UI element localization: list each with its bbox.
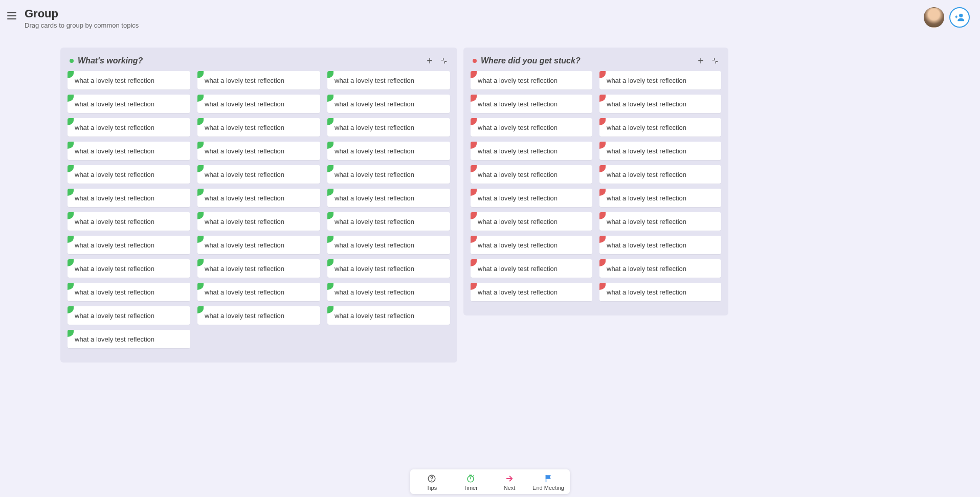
card[interactable]: what a lovely test reflection <box>471 71 592 89</box>
page-title: Group <box>25 7 139 20</box>
add-user-button[interactable] <box>949 7 970 28</box>
card[interactable]: what a lovely test reflection <box>327 212 450 231</box>
card[interactable]: what a lovely test reflection <box>327 306 450 325</box>
card-grid-stuck: what a lovely test reflectionwhat a love… <box>471 71 721 301</box>
card[interactable]: what a lovely test reflection <box>197 71 320 89</box>
page-title-block: Group Drag cards to group by common topi… <box>25 7 139 29</box>
timer-label: Timer <box>463 485 478 491</box>
card[interactable]: what a lovely test reflection <box>68 95 190 113</box>
column-working: What's working? + what a lovely test ref… <box>60 48 457 363</box>
card[interactable]: what a lovely test reflection <box>327 236 450 254</box>
card[interactable]: what a lovely test reflection <box>471 165 592 184</box>
card[interactable]: what a lovely test reflection <box>197 283 320 301</box>
card[interactable]: what a lovely test reflection <box>68 283 190 301</box>
card[interactable]: what a lovely test reflection <box>197 142 320 160</box>
card[interactable]: what a lovely test reflection <box>68 118 190 137</box>
tips-icon <box>427 473 436 484</box>
column-stuck: Where did you get stuck? + what a lovely… <box>463 48 728 315</box>
topbar: Group Drag cards to group by common topi… <box>0 0 980 33</box>
svg-point-0 <box>959 14 963 17</box>
card[interactable]: what a lovely test reflection <box>471 118 592 137</box>
collapse-icon <box>440 57 448 65</box>
card-grid-working: what a lovely test reflectionwhat a love… <box>68 71 450 348</box>
card[interactable]: what a lovely test reflection <box>197 95 320 113</box>
card[interactable]: what a lovely test reflection <box>197 212 320 231</box>
card[interactable]: what a lovely test reflection <box>327 142 450 160</box>
column-actions-working: + <box>427 56 448 66</box>
column-title-text: What's working? <box>78 56 143 65</box>
card[interactable]: what a lovely test reflection <box>68 259 190 278</box>
card[interactable]: what a lovely test reflection <box>68 189 190 207</box>
card[interactable]: what a lovely test reflection <box>327 283 450 301</box>
card[interactable]: what a lovely test reflection <box>197 306 320 325</box>
card[interactable]: what a lovely test reflection <box>599 283 721 301</box>
card[interactable]: what a lovely test reflection <box>68 142 190 160</box>
end-meeting-label: End Meeting <box>532 485 564 491</box>
column-title-stuck: Where did you get stuck? <box>473 56 581 65</box>
card[interactable]: what a lovely test reflection <box>197 189 320 207</box>
card[interactable]: what a lovely test reflection <box>327 71 450 89</box>
card[interactable]: what a lovely test reflection <box>327 165 450 184</box>
card[interactable]: what a lovely test reflection <box>599 142 721 160</box>
flag-icon <box>544 473 553 484</box>
tips-label: Tips <box>427 485 437 491</box>
collapse-button[interactable] <box>440 57 448 65</box>
card[interactable]: what a lovely test reflection <box>471 236 592 254</box>
card[interactable]: what a lovely test reflection <box>68 330 190 348</box>
add-card-button[interactable]: + <box>427 56 433 66</box>
card[interactable]: what a lovely test reflection <box>599 71 721 89</box>
card[interactable]: what a lovely test reflection <box>471 283 592 301</box>
card[interactable]: what a lovely test reflection <box>327 118 450 137</box>
bottom-toolbar: Tips Timer Next End Meetin <box>410 469 570 494</box>
column-title-text: Where did you get stuck? <box>481 56 581 65</box>
timer-icon <box>466 473 475 484</box>
column-title-working: What's working? <box>70 56 143 65</box>
card[interactable]: what a lovely test reflection <box>599 189 721 207</box>
column-header-working: What's working? + <box>68 56 450 71</box>
collapse-icon <box>711 57 719 65</box>
board: What's working? + what a lovely test ref… <box>0 33 980 363</box>
card[interactable]: what a lovely test reflection <box>599 259 721 278</box>
card[interactable]: what a lovely test reflection <box>471 95 592 113</box>
card[interactable]: what a lovely test reflection <box>197 236 320 254</box>
card[interactable]: what a lovely test reflection <box>197 118 320 137</box>
dot-icon <box>70 59 74 63</box>
card[interactable]: what a lovely test reflection <box>599 165 721 184</box>
next-button[interactable]: Next <box>490 473 529 491</box>
card[interactable]: what a lovely test reflection <box>68 306 190 325</box>
column-actions-stuck: + <box>698 56 719 66</box>
svg-point-4 <box>431 480 432 481</box>
card[interactable]: what a lovely test reflection <box>197 165 320 184</box>
card[interactable]: what a lovely test reflection <box>68 212 190 231</box>
card[interactable]: what a lovely test reflection <box>327 189 450 207</box>
card[interactable]: what a lovely test reflection <box>471 212 592 231</box>
tips-button[interactable]: Tips <box>412 473 451 491</box>
collapse-button[interactable] <box>711 57 719 65</box>
card[interactable]: what a lovely test reflection <box>68 236 190 254</box>
card[interactable]: what a lovely test reflection <box>327 95 450 113</box>
timer-button[interactable]: Timer <box>451 473 490 491</box>
card[interactable]: what a lovely test reflection <box>599 212 721 231</box>
add-user-icon <box>954 12 965 23</box>
card[interactable]: what a lovely test reflection <box>68 71 190 89</box>
column-header-stuck: Where did you get stuck? + <box>471 56 721 71</box>
card[interactable]: what a lovely test reflection <box>471 259 592 278</box>
card[interactable]: what a lovely test reflection <box>471 189 592 207</box>
avatar[interactable] <box>924 7 944 28</box>
menu-icon[interactable] <box>7 10 18 21</box>
card[interactable]: what a lovely test reflection <box>599 95 721 113</box>
next-icon <box>505 473 514 484</box>
add-card-button[interactable]: + <box>698 56 704 66</box>
card[interactable]: what a lovely test reflection <box>599 236 721 254</box>
svg-rect-2 <box>956 15 957 18</box>
card[interactable]: what a lovely test reflection <box>471 142 592 160</box>
page-subtitle: Drag cards to group by common topics <box>25 21 139 29</box>
dot-icon <box>473 59 477 63</box>
card[interactable]: what a lovely test reflection <box>327 259 450 278</box>
topbar-right <box>924 7 970 28</box>
card[interactable]: what a lovely test reflection <box>68 165 190 184</box>
next-label: Next <box>504 485 516 491</box>
end-meeting-button[interactable]: End Meeting <box>529 473 568 491</box>
card[interactable]: what a lovely test reflection <box>599 118 721 137</box>
card[interactable]: what a lovely test reflection <box>197 259 320 278</box>
